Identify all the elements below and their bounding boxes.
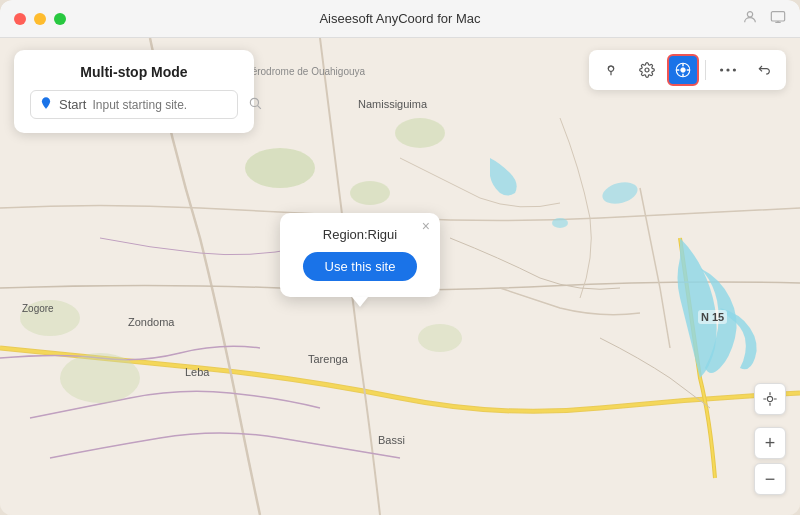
svg-line-24 [258, 106, 261, 109]
popup-region-label: Region:Rigui [298, 227, 422, 242]
titlebar-icons [742, 9, 786, 29]
start-label: Start [59, 97, 86, 112]
maximize-button[interactable] [54, 13, 66, 25]
svg-point-9 [20, 300, 80, 336]
toolbar-divider [705, 60, 706, 80]
svg-point-21 [733, 68, 736, 71]
export-button[interactable] [748, 54, 780, 86]
svg-rect-1 [771, 11, 784, 20]
use-this-site-button[interactable]: Use this site [303, 252, 418, 281]
multistop-title: Multi-stop Mode [30, 64, 238, 80]
svg-point-19 [720, 68, 723, 71]
svg-point-8 [60, 353, 140, 403]
start-input[interactable] [92, 98, 242, 112]
svg-point-14 [681, 68, 686, 73]
popup-close-button[interactable]: × [422, 219, 430, 233]
svg-point-12 [645, 68, 649, 72]
svg-point-10 [418, 324, 462, 352]
svg-point-7 [350, 181, 390, 205]
zoom-controls: + − [754, 383, 786, 495]
settings-button[interactable] [631, 54, 663, 86]
zoom-out-button[interactable]: − [754, 463, 786, 495]
location-dot-icon [39, 96, 53, 113]
svg-point-0 [747, 11, 752, 16]
svg-point-25 [767, 396, 772, 401]
svg-point-5 [245, 148, 315, 188]
titlebar: Aiseesoft AnyCoord for Mac [0, 0, 800, 38]
toolbar [589, 50, 786, 90]
more-button[interactable] [712, 54, 744, 86]
joystick-button[interactable] [667, 54, 699, 86]
start-input-row: Start [30, 90, 238, 119]
multistop-panel: Multi-stop Mode Start [14, 50, 254, 133]
close-button[interactable] [14, 13, 26, 25]
main-area: Aérodrome de Ouahigouya Namissiguima Zog… [0, 38, 800, 515]
app-title: Aiseesoft AnyCoord for Mac [319, 11, 480, 26]
zoom-in-button[interactable]: + [754, 427, 786, 459]
svg-point-23 [251, 98, 259, 106]
svg-point-4 [552, 218, 568, 228]
traffic-lights [14, 13, 66, 25]
user-icon[interactable] [742, 9, 758, 29]
svg-point-20 [726, 68, 729, 71]
svg-point-6 [395, 118, 445, 148]
location-popup: × Region:Rigui Use this site [280, 213, 440, 297]
pin-mode-button[interactable] [595, 54, 627, 86]
minimize-button[interactable] [34, 13, 46, 25]
search-icon[interactable] [248, 96, 262, 113]
my-location-button[interactable] [754, 383, 786, 415]
screen-icon[interactable] [770, 9, 786, 29]
